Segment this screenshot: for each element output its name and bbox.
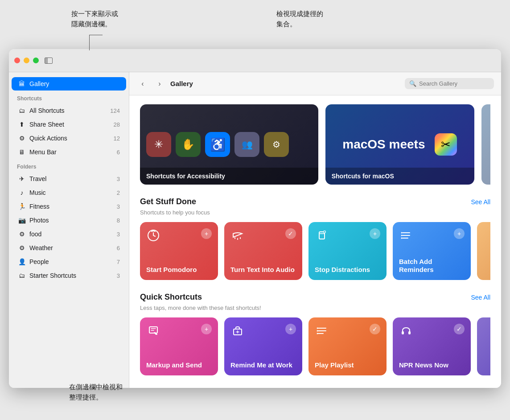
sidebar-item-share-sheet[interactable]: ⬆ Share Sheet 28 xyxy=(12,118,126,131)
sidebar-item-gallery[interactable]: 🏛 Gallery xyxy=(12,77,126,91)
svg-point-5 xyxy=(401,238,403,239)
sidebar-item-weather[interactable]: ⚙ Weather 6 xyxy=(12,241,126,255)
quick-shortcuts-see-all[interactable]: See All xyxy=(471,294,490,301)
sidebar-item-travel[interactable]: ✈ Travel 3 xyxy=(12,172,126,185)
svg-rect-6 xyxy=(149,327,157,333)
macos-text: macOS meets xyxy=(342,137,425,152)
get-stuff-done-header: Get Stuff Done See All xyxy=(140,197,490,206)
fitness-icon: 🏃 xyxy=(18,202,26,210)
search-input[interactable] xyxy=(419,80,489,87)
weather-count: 6 xyxy=(117,245,120,251)
starter-shortcuts-label: Starter Shortcuts xyxy=(29,272,117,279)
hero-card-accessibility[interactable]: ✳ ✋ ♿ 👥 ⚙ xyxy=(140,104,318,185)
quick-shortcuts-title: Quick Shortcuts xyxy=(140,292,202,302)
card-npr-news[interactable]: ✓ NPR News Now xyxy=(393,317,471,375)
gallery-content: ✳ ✋ ♿ 👥 ⚙ xyxy=(129,95,501,388)
card-top: ✓ xyxy=(230,228,296,243)
work-label: Remind Me at Work xyxy=(230,361,296,369)
card-remind-work[interactable]: + Remind Me at Work xyxy=(224,317,302,375)
sidebar-item-people[interactable]: 👤 People 7 xyxy=(12,255,126,268)
hero-card-macos[interactable]: macOS meets ✂ Shortcuts for macOS xyxy=(325,104,474,185)
audio-icon xyxy=(230,228,245,243)
sidebar-item-photos[interactable]: 📷 Photos 8 xyxy=(12,214,126,227)
playlist-label: Play Playlist xyxy=(315,361,380,369)
work-add-icon: + xyxy=(285,324,296,334)
sidebar-item-menu-bar[interactable]: 🖥 Menu Bar 6 xyxy=(12,145,126,159)
acc-icon-hand: ✋ xyxy=(176,132,201,157)
sidebar: 🏛 Gallery Shortcuts 🗂 All Shortcuts 124 … xyxy=(9,72,129,388)
svg-point-11 xyxy=(317,330,318,332)
share-sheet-count: 28 xyxy=(114,121,120,128)
card-batch-add-reminders[interactable]: + Batch Add Reminders xyxy=(393,222,471,280)
fitness-count: 3 xyxy=(117,203,120,210)
music-label: Music xyxy=(29,189,117,196)
acc-icon-settings: ⚙ xyxy=(264,132,289,157)
sidebar-toggle-button[interactable] xyxy=(44,57,53,64)
annotation-sidebar-organize: 在側邊欄中檢視和整理捷徑。 xyxy=(69,382,123,402)
travel-label: Travel xyxy=(29,175,117,182)
audio-label: Turn Text Into Audio xyxy=(230,266,296,274)
back-button[interactable]: ‹ xyxy=(136,78,149,90)
sidebar-item-food[interactable]: ⚙ food 3 xyxy=(12,227,126,241)
sidebar-section-folders: Folders xyxy=(9,159,129,172)
sidebar-section-shortcuts: Shortcuts xyxy=(9,91,129,103)
playlist-icon xyxy=(315,324,329,338)
travel-icon: ✈ xyxy=(18,175,26,183)
get-stuff-done-title: Get Stuff Done xyxy=(140,197,196,206)
maximize-button[interactable] xyxy=(33,58,39,63)
card-partial-right xyxy=(477,222,490,280)
card-stop-distractions[interactable]: + Stop Distractions xyxy=(308,222,387,280)
titlebar xyxy=(9,49,501,72)
traffic-lights xyxy=(14,58,39,63)
sidebar-item-all-shortcuts[interactable]: 🗂 All Shortcuts 124 xyxy=(12,104,126,117)
quick-actions-icon: ⚙ xyxy=(18,134,26,142)
food-label: food xyxy=(29,231,117,238)
sidebar-item-music[interactable]: ♪ Music 2 xyxy=(12,186,126,199)
fitness-label: Fitness xyxy=(29,203,117,210)
food-count: 3 xyxy=(117,231,120,238)
card-markup-send[interactable]: + Markup and Send xyxy=(140,317,218,375)
starter-shortcuts-count: 3 xyxy=(117,272,120,279)
forward-button[interactable]: › xyxy=(153,78,166,90)
weather-icon: ⚙ xyxy=(18,244,26,252)
svg-point-3 xyxy=(401,232,403,234)
sidebar-item-quick-actions[interactable]: ⚙ Quick Actions 12 xyxy=(12,132,126,145)
quick-actions-label: Quick Actions xyxy=(29,135,114,142)
markup-add-icon: + xyxy=(201,324,212,334)
quick-shortcuts-cards: + Markup and Send xyxy=(140,317,490,375)
search-bar[interactable]: 🔍 xyxy=(405,78,494,89)
sidebar-item-fitness[interactable]: 🏃 Fitness 3 xyxy=(12,200,126,213)
markup-icon xyxy=(146,324,160,338)
music-count: 2 xyxy=(117,189,120,196)
people-label: People xyxy=(29,258,117,265)
reminders-label: Batch Add Reminders xyxy=(399,258,465,274)
sidebar-gallery-label: Gallery xyxy=(29,80,120,87)
search-icon: 🔍 xyxy=(409,80,416,87)
sidebar-item-starter-shortcuts[interactable]: 🗂 Starter Shortcuts 3 xyxy=(12,269,126,282)
card-top: + xyxy=(315,228,380,243)
card-turn-text-audio[interactable]: ✓ Turn Text Into Audio xyxy=(224,222,302,280)
npr-check-icon: ✓ xyxy=(454,324,465,334)
acc-icon-people: 👥 xyxy=(234,132,259,157)
pomodoro-add-icon: + xyxy=(201,228,212,239)
quick-shortcuts-subtitle: Less taps, more done with these fast sho… xyxy=(140,305,490,311)
quick-shortcuts-header: Quick Shortcuts See All xyxy=(140,292,490,302)
close-button[interactable] xyxy=(14,58,20,63)
music-icon: ♪ xyxy=(18,189,26,197)
svg-rect-13 xyxy=(402,331,404,334)
card-start-pomodoro[interactable]: + Start Pomodoro xyxy=(140,222,218,280)
pomodoro-label: Start Pomodoro xyxy=(146,266,212,274)
svg-point-12 xyxy=(317,333,318,334)
annotation-gallery-collection: 檢視現成捷徑的 集合。 xyxy=(276,9,323,29)
minimize-button[interactable] xyxy=(24,58,29,63)
macos-section-title: Shortcuts for macOS xyxy=(332,173,394,180)
food-icon: ⚙ xyxy=(18,230,26,238)
photos-icon: 📷 xyxy=(18,216,26,224)
qs-card-partial-right xyxy=(477,317,490,375)
npr-label: NPR News Now xyxy=(399,361,465,369)
distraction-add-icon: + xyxy=(370,228,380,239)
get-stuff-done-see-all[interactable]: See All xyxy=(471,198,490,206)
navbar-title: Gallery xyxy=(170,80,400,87)
card-play-playlist[interactable]: ✓ Play Playlist xyxy=(308,317,387,375)
markup-label: Markup and Send xyxy=(146,361,212,369)
